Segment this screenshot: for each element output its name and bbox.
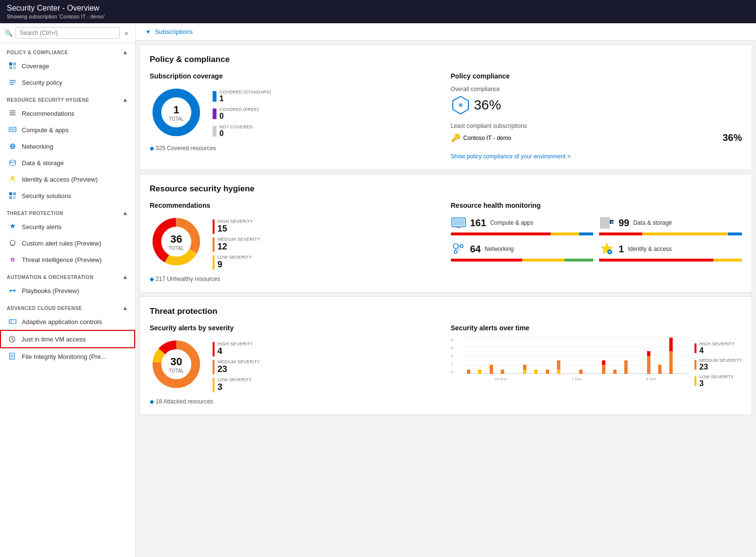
- data-count: 99: [618, 217, 629, 229]
- security-solutions-icon: [8, 191, 17, 200]
- resource-hygiene-section: Resource security hygiene Recommendation…: [139, 174, 752, 293]
- playbooks-icon: [8, 286, 17, 295]
- attacked-resources: ◆ 18 Attacked resources: [150, 398, 441, 405]
- coverage-legend: COVERED (STANDARD) 1 COVERED (FREE) 0: [213, 90, 271, 138]
- sidebar-item-threat-intelligence[interactable]: Threat intelligence (Preview): [0, 251, 135, 268]
- subscription-coverage: Subscription coverage 1: [150, 72, 441, 160]
- data-storage-icon: [8, 158, 17, 167]
- playbooks-label: Playbooks (Preview): [22, 287, 79, 294]
- recommendations-total-label: TOTAL: [169, 246, 184, 251]
- svg-rect-21: [11, 245, 14, 246]
- file-integrity-label: File Integrity Monitoring (Pre...: [22, 353, 106, 360]
- sidebar-item-security-solutions[interactable]: Security solutions: [0, 187, 135, 204]
- title-bar: Security Center - Overview Showing subsc…: [0, 0, 756, 23]
- section-collapse-advanced[interactable]: ▲: [123, 305, 128, 311]
- compute-label-rhm: Compute & apps: [490, 219, 533, 226]
- recommendations-legend: HIGH SEVERITY 15 MEDIUM SEVERITY 12: [213, 219, 260, 270]
- data-label-rhm: Data & storage: [633, 219, 672, 226]
- svg-rect-3: [13, 66, 16, 69]
- alerts-over-time: Security alerts over time: [451, 324, 742, 405]
- least-compliant-name: Contoso IT - demo: [463, 135, 511, 141]
- security-policy-icon: [8, 78, 17, 87]
- svg-rect-17: [9, 192, 12, 195]
- sidebar-item-coverage[interactable]: Coverage: [0, 58, 135, 74]
- coverage-total-label: TOTAL: [169, 116, 184, 122]
- section-collapse-policy[interactable]: ▲: [123, 49, 128, 56]
- sidebar-item-custom-alert[interactable]: Custom alert rules (Preview): [0, 235, 135, 251]
- section-collapse-automation[interactable]: ▲: [123, 274, 128, 280]
- cube-icon: ◆: [150, 145, 154, 152]
- recommendations-subtitle: Recommendations: [150, 201, 441, 209]
- sidebar-item-security-alerts[interactable]: Security alerts: [0, 218, 135, 235]
- compute-icon: [8, 125, 17, 134]
- sidebar-item-file-integrity[interactable]: File Integrity Monitoring (Pre...: [0, 348, 135, 365]
- sidebar-content: POLICY & COMPLIANCE ▲ Coverage Security …: [0, 43, 135, 557]
- security-alerts-icon: [8, 222, 17, 231]
- time-chart-legend: HIGH SEVERITY 4 MEDIUM SEVERITY 23: [694, 341, 742, 388]
- rhm-data-storage: SQL 99 Data & storage: [599, 215, 742, 235]
- time-low: LOW SEVERITY 3: [694, 374, 742, 388]
- resource-hygiene-title: Resource security hygiene: [150, 184, 742, 194]
- svg-rect-0: [9, 62, 12, 65]
- svg-rect-1: [13, 62, 16, 65]
- sidebar-item-compute[interactable]: Compute & apps: [0, 122, 135, 138]
- sidebar-item-playbooks[interactable]: Playbooks (Preview): [0, 282, 135, 299]
- sidebar-section-policy: POLICY & COMPLIANCE ▲: [0, 43, 135, 58]
- compute-count: 161: [470, 217, 486, 229]
- policy-compliance-link[interactable]: Show policy compliance of your environme…: [451, 153, 742, 160]
- identity-bar: [599, 259, 742, 262]
- rhm-data-icon: SQL: [599, 215, 615, 231]
- section-collapse-threat[interactable]: ▲: [123, 210, 128, 217]
- sidebar-section-automation: AUTOMATION & ORCHESTRATION ▲: [0, 268, 135, 282]
- rhm-identity: 1 Identity & access: [599, 241, 742, 262]
- networking-label-rhm: Networking: [485, 246, 514, 252]
- sidebar-item-data-storage[interactable]: Data & storage: [0, 155, 135, 171]
- collapse-button[interactable]: «: [123, 28, 130, 38]
- sidebar-item-identity[interactable]: Identity & access (Preview): [0, 171, 135, 187]
- svg-point-52: [460, 245, 463, 248]
- networking-label: Networking: [22, 143, 53, 150]
- svg-rect-20: [13, 196, 16, 199]
- policy-compliance-section: Policy & compliance Subscription coverag…: [139, 45, 752, 170]
- section-collapse-resource[interactable]: ▲: [123, 96, 128, 103]
- threat-protection-section: Threat protection Security alerts by sev…: [139, 296, 752, 415]
- jit-vm-icon: [8, 335, 16, 343]
- svg-rect-47: [457, 227, 461, 228]
- sidebar-item-adaptive-app[interactable]: Adaptive application controls: [0, 313, 135, 330]
- svg-point-16: [11, 176, 14, 179]
- search-input[interactable]: [15, 27, 120, 39]
- adaptive-app-label: Adaptive application controls: [22, 318, 102, 325]
- svg-point-24: [10, 290, 12, 292]
- alerts-high: HIGH SEVERITY 4: [213, 341, 260, 356]
- recommendations-icon: [8, 109, 17, 118]
- recommendations-label: Recommendations: [22, 110, 74, 117]
- svg-point-40: [460, 104, 462, 106]
- sidebar-item-recommendations[interactable]: Recommendations: [0, 105, 135, 122]
- policy-compliance-subtitle: Policy compliance: [451, 72, 742, 80]
- alerts-severity-title: Security alerts by severity: [150, 324, 441, 332]
- alerts-low: LOW SEVERITY 3: [213, 377, 260, 392]
- unhealthy-resources: ◆ 217 Unhealthy resources: [150, 276, 441, 282]
- sidebar-section-resource: RESOURCE SECURITY HYGIENE ▲: [0, 91, 135, 105]
- time-medium: MEDIUM SEVERITY 23: [694, 358, 742, 371]
- sev-high: HIGH SEVERITY 15: [213, 219, 260, 234]
- sev-low: LOW SEVERITY 9: [213, 255, 260, 270]
- svg-point-15: [10, 160, 15, 163]
- page-title: Security Center - Overview: [7, 4, 749, 13]
- subscriptions-bar[interactable]: ▼ Subscriptions: [136, 23, 756, 41]
- rhm-compute-icon: [451, 215, 466, 231]
- threat-intelligence-icon: [8, 255, 17, 264]
- sidebar-item-security-policy[interactable]: Security policy: [0, 74, 135, 91]
- security-policy-label: Security policy: [22, 79, 62, 86]
- threat-intelligence-label: Threat intelligence (Preview): [22, 256, 102, 263]
- custom-alert-label: Custom alert rules (Preview): [22, 240, 101, 247]
- policy-compliance-title: Policy & compliance: [150, 55, 742, 64]
- sev-medium: MEDIUM SEVERITY 12: [213, 237, 260, 252]
- sidebar-item-jit-vm[interactable]: Just in time VM access: [0, 330, 135, 348]
- legend-covered-standard: COVERED (STANDARD) 1: [213, 90, 271, 103]
- threat-protection-title: Threat protection: [150, 307, 742, 316]
- coverage-label: Coverage: [22, 62, 49, 70]
- time-high: HIGH SEVERITY 4: [694, 341, 742, 355]
- hex-icon: [451, 95, 470, 115]
- sidebar-item-networking[interactable]: Networking: [0, 138, 135, 155]
